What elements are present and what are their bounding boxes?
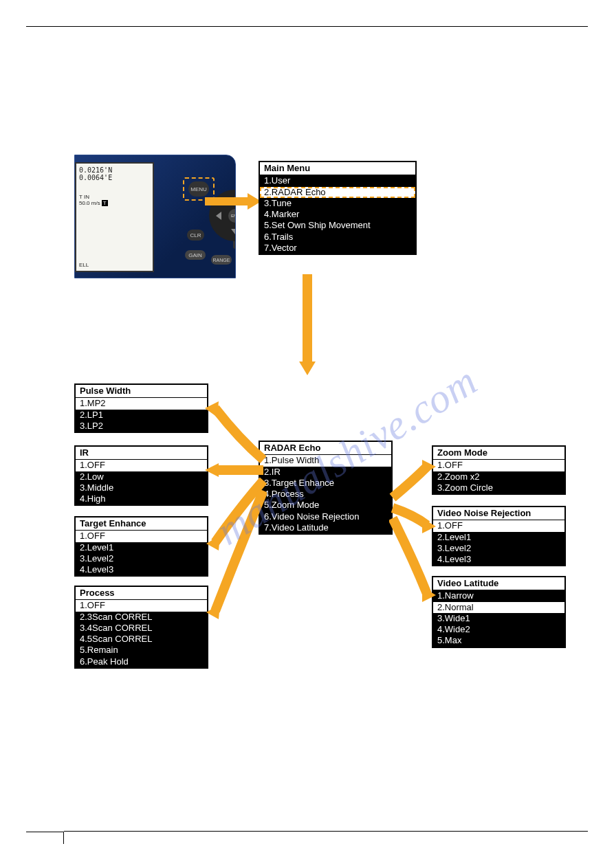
dpad-down-icon[interactable] bbox=[231, 229, 236, 234]
pulse-width-title: Pulse Width bbox=[76, 385, 207, 398]
process-item-2[interactable]: 3.4Scan CORREL bbox=[76, 623, 207, 634]
process-menu-box: Process 1.OFF2.3Scan CORREL3.4Scan CORRE… bbox=[74, 586, 208, 669]
video-latitude-item-0[interactable]: 1.Narrow bbox=[433, 590, 564, 601]
zoom-mode-item-2[interactable]: 3.Zoom Circle bbox=[433, 482, 564, 493]
video-latitude-menu-box: Video Latitude 1.Narrow2.Normal3.Wide14.… bbox=[432, 576, 566, 648]
process-title: Process bbox=[76, 587, 207, 600]
arrow-menu-to-mainmenu bbox=[205, 197, 250, 205]
ir-title: IR bbox=[76, 447, 207, 460]
target-enhance-title: Target Enhance bbox=[76, 518, 207, 531]
radar-echo-item-5[interactable]: 6.Video Noise Rejection bbox=[260, 511, 391, 522]
main-menu-item-0[interactable]: 1.User bbox=[260, 175, 415, 186]
pulse-width-item-1[interactable]: 2.LP1 bbox=[76, 410, 207, 421]
coord-north-label: 0.0216'N bbox=[79, 166, 150, 174]
zoom-mode-title: Zoom Mode bbox=[433, 447, 564, 460]
svg-marker-4 bbox=[422, 460, 436, 475]
zoom-mode-item-1[interactable]: 2.Zoom x2 bbox=[433, 471, 564, 482]
speed-label: 50.0 m/s bbox=[79, 200, 100, 206]
video-latitude-item-3[interactable]: 4.Wide2 bbox=[433, 624, 564, 635]
ir-item-3[interactable]: 4.High bbox=[76, 493, 207, 504]
zoom-mode-item-0[interactable]: 1.OFF bbox=[433, 460, 564, 471]
vnr-menu-box: Video Noise Rejection 1.OFF2.Level13.Lev… bbox=[432, 506, 566, 566]
right-connector-arrows bbox=[389, 439, 437, 659]
vnr-item-1[interactable]: 2.Level1 bbox=[433, 532, 564, 543]
page-container: 0.0216'N 0.0064'E T IN 50.0 m/s T ELL ME… bbox=[26, 26, 588, 844]
svg-marker-0 bbox=[205, 401, 219, 417]
radar-echo-item-3[interactable]: 4.Process bbox=[260, 489, 391, 500]
vnr-title: Video Noise Rejection bbox=[433, 507, 564, 520]
svg-marker-1 bbox=[205, 463, 219, 477]
process-item-3[interactable]: 4.5Scan CORREL bbox=[76, 634, 207, 645]
process-item-5[interactable]: 6.Peak Hold bbox=[76, 656, 207, 667]
video-latitude-item-2[interactable]: 3.Wide1 bbox=[433, 613, 564, 624]
svg-marker-5 bbox=[422, 518, 436, 533]
radar-echo-item-0[interactable]: 1.Pulse Width bbox=[260, 455, 391, 466]
radar-device-panel: 0.0216'N 0.0064'E T IN 50.0 m/s T ELL ME… bbox=[74, 155, 236, 278]
video-latitude-title: Video Latitude bbox=[433, 577, 564, 590]
gain-button[interactable]: GAIN bbox=[185, 250, 206, 260]
footer-line bbox=[64, 831, 588, 832]
main-menu-item-1[interactable]: 2.RADAR Echo bbox=[260, 187, 415, 198]
main-menu-item-5[interactable]: 6.Trails bbox=[260, 232, 415, 243]
content-area: 0.0216'N 0.0064'E T IN 50.0 m/s T ELL ME… bbox=[26, 27, 588, 844]
zoom-mode-menu-box: Zoom Mode 1.OFF2.Zoom x23.Zoom Circle bbox=[432, 445, 566, 495]
process-item-4[interactable]: 5.Remain bbox=[76, 645, 207, 656]
main-menu-item-6[interactable]: 7.Vector bbox=[260, 243, 415, 254]
vnr-item-3[interactable]: 4.Level3 bbox=[433, 554, 564, 565]
pulse-width-menu-box: Pulse Width 1.MP22.LP13.LP2 bbox=[74, 383, 208, 433]
ell-label: ELL bbox=[79, 262, 89, 268]
dpad-left-icon[interactable] bbox=[216, 212, 221, 220]
process-item-0[interactable]: 1.OFF bbox=[76, 600, 207, 611]
radar-echo-title: RADAR Echo bbox=[260, 442, 391, 455]
ir-item-0[interactable]: 1.OFF bbox=[76, 460, 207, 471]
vnr-item-2[interactable]: 3.Level2 bbox=[433, 543, 564, 554]
main-menu-box: Main Menu 1.User2.RADAR Echo3.Tune4.Mark… bbox=[259, 161, 417, 255]
main-menu-item-2[interactable]: 3.Tune bbox=[260, 198, 415, 209]
video-latitude-item-1[interactable]: 2.Normal bbox=[433, 602, 564, 613]
ent-button[interactable]: ENT bbox=[228, 209, 236, 223]
target-enhance-item-2[interactable]: 3.Level2 bbox=[76, 553, 207, 564]
arrow-down-head-icon bbox=[299, 361, 316, 375]
arrow-mainmenu-to-radarecho bbox=[303, 274, 312, 364]
footer-tab bbox=[26, 832, 64, 844]
vnr-item-0[interactable]: 1.OFF bbox=[433, 520, 564, 531]
radar-echo-item-4[interactable]: 5.Zoom Mode bbox=[260, 500, 391, 511]
ir-item-1[interactable]: 2.Low bbox=[76, 471, 207, 482]
main-menu-item-4[interactable]: 5.Set Own Ship Movement bbox=[260, 220, 415, 231]
radar-echo-item-1[interactable]: 2.IR bbox=[260, 467, 391, 478]
radar-screen: 0.0216'N 0.0064'E T IN 50.0 m/s T ELL bbox=[75, 162, 154, 272]
pulse-width-item-2[interactable]: 3.LP2 bbox=[76, 421, 207, 432]
ir-item-2[interactable]: 3.Middle bbox=[76, 482, 207, 493]
main-menu-title: Main Menu bbox=[260, 162, 415, 175]
t-badge: T bbox=[102, 200, 108, 206]
target-enhance-item-1[interactable]: 2.Level1 bbox=[76, 542, 207, 553]
radar-echo-item-6[interactable]: 7.Video Latitude bbox=[260, 522, 391, 533]
radar-echo-item-2[interactable]: 3.Target Enhance bbox=[260, 478, 391, 489]
target-enhance-item-3[interactable]: 4.Level3 bbox=[76, 564, 207, 575]
video-latitude-item-4[interactable]: 5.Max bbox=[433, 635, 564, 646]
range-button[interactable]: RANGE bbox=[211, 255, 232, 265]
target-enhance-menu-box: Target Enhance 1.OFF2.Level13.Level24.Le… bbox=[74, 516, 208, 577]
target-enhance-item-0[interactable]: 1.OFF bbox=[76, 531, 207, 542]
main-menu-item-3[interactable]: 4.Marker bbox=[260, 209, 415, 220]
coord-east-label: 0.0064'E bbox=[79, 174, 150, 181]
pulse-width-item-0[interactable]: 1.MP2 bbox=[76, 398, 207, 409]
left-connector-arrows bbox=[205, 370, 267, 659]
tin-label: T IN bbox=[79, 194, 89, 200]
radar-echo-menu-box: RADAR Echo 1.Pulse Width2.IR3.Target Enh… bbox=[259, 441, 393, 535]
clr-button[interactable]: CLR bbox=[187, 230, 204, 241]
process-item-1[interactable]: 2.3Scan CORREL bbox=[76, 612, 207, 623]
ir-menu-box: IR 1.OFF2.Low3.Middle4.High bbox=[74, 445, 208, 506]
